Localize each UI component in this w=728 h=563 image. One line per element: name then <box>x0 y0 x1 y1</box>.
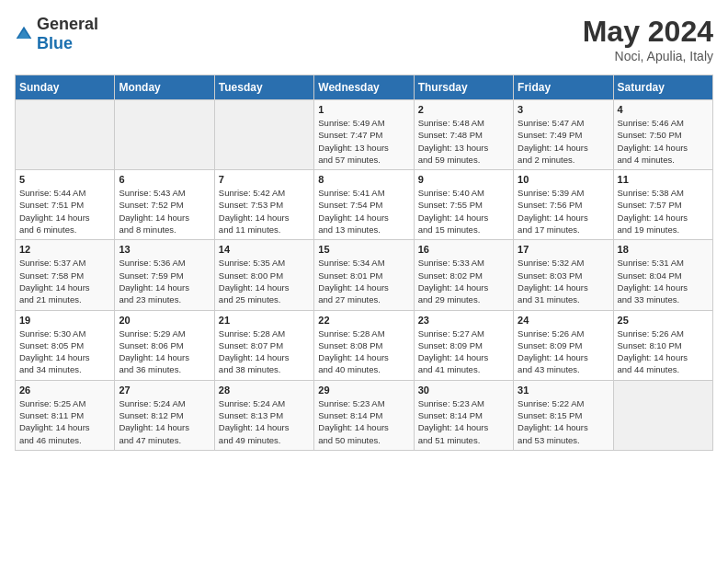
day-info: Sunrise: 5:41 AMSunset: 7:54 PMDaylight:… <box>318 187 409 236</box>
day-info: Sunrise: 5:25 AMSunset: 8:11 PMDaylight:… <box>19 397 110 446</box>
table-row: 16Sunrise: 5:33 AMSunset: 8:02 PMDayligh… <box>414 240 513 310</box>
logo-blue: Blue <box>37 34 73 52</box>
day-number: 20 <box>119 315 210 326</box>
header-friday: Friday <box>514 75 613 100</box>
table-row: 4Sunrise: 5:46 AMSunset: 7:50 PMDaylight… <box>613 100 712 170</box>
day-info: Sunrise: 5:44 AMSunset: 7:51 PMDaylight:… <box>19 187 110 236</box>
day-number: 29 <box>318 385 409 396</box>
day-number: 8 <box>318 174 409 185</box>
table-row: 21Sunrise: 5:28 AMSunset: 8:07 PMDayligh… <box>214 310 313 380</box>
day-number: 6 <box>119 174 210 185</box>
logo: General Blue <box>15 15 98 53</box>
day-number: 19 <box>19 315 110 326</box>
day-number: 16 <box>418 244 509 255</box>
table-row: 13Sunrise: 5:36 AMSunset: 7:59 PMDayligh… <box>115 240 214 310</box>
day-info: Sunrise: 5:43 AMSunset: 7:52 PMDaylight:… <box>119 187 210 236</box>
table-row: 12Sunrise: 5:37 AMSunset: 7:58 PMDayligh… <box>16 240 115 310</box>
logo-icon <box>15 25 33 43</box>
table-row: 17Sunrise: 5:32 AMSunset: 8:03 PMDayligh… <box>514 240 613 310</box>
table-row: 26Sunrise: 5:25 AMSunset: 8:11 PMDayligh… <box>16 380 115 450</box>
day-number: 7 <box>219 174 310 185</box>
day-number: 2 <box>418 104 509 115</box>
logo-text: General Blue <box>37 15 98 53</box>
day-number: 9 <box>418 174 509 185</box>
table-row: 3Sunrise: 5:47 AMSunset: 7:49 PMDaylight… <box>514 100 613 170</box>
day-number: 31 <box>518 385 609 396</box>
day-info: Sunrise: 5:24 AMSunset: 8:13 PMDaylight:… <box>219 397 310 446</box>
table-row: 22Sunrise: 5:28 AMSunset: 8:08 PMDayligh… <box>314 310 414 380</box>
day-info: Sunrise: 5:23 AMSunset: 8:14 PMDaylight:… <box>418 397 509 446</box>
table-row <box>16 100 115 170</box>
day-number: 14 <box>219 244 310 255</box>
table-row <box>613 380 712 450</box>
table-row: 29Sunrise: 5:23 AMSunset: 8:14 PMDayligh… <box>314 380 414 450</box>
day-number: 30 <box>418 385 509 396</box>
day-info: Sunrise: 5:47 AMSunset: 7:49 PMDaylight:… <box>518 117 609 166</box>
table-row: 28Sunrise: 5:24 AMSunset: 8:13 PMDayligh… <box>214 380 313 450</box>
day-number: 21 <box>219 315 310 326</box>
table-row: 23Sunrise: 5:27 AMSunset: 8:09 PMDayligh… <box>414 310 513 380</box>
day-number: 11 <box>618 174 709 185</box>
table-row: 27Sunrise: 5:24 AMSunset: 8:12 PMDayligh… <box>115 380 214 450</box>
day-info: Sunrise: 5:37 AMSunset: 7:58 PMDaylight:… <box>19 257 110 305</box>
day-info: Sunrise: 5:39 AMSunset: 7:56 PMDaylight:… <box>518 187 609 236</box>
day-info: Sunrise: 5:28 AMSunset: 8:08 PMDaylight:… <box>318 327 409 376</box>
day-info: Sunrise: 5:35 AMSunset: 8:00 PMDaylight:… <box>219 257 310 305</box>
table-row: 6Sunrise: 5:43 AMSunset: 7:52 PMDaylight… <box>115 170 214 240</box>
day-number: 10 <box>518 174 609 185</box>
day-info: Sunrise: 5:29 AMSunset: 8:06 PMDaylight:… <box>119 327 210 376</box>
calendar-week-3: 12Sunrise: 5:37 AMSunset: 7:58 PMDayligh… <box>16 240 713 310</box>
title-block: May 2024 Noci, Apulia, Italy <box>583 15 713 63</box>
day-number: 22 <box>318 315 409 326</box>
day-info: Sunrise: 5:48 AMSunset: 7:48 PMDaylight:… <box>418 117 509 166</box>
table-row: 24Sunrise: 5:26 AMSunset: 8:09 PMDayligh… <box>514 310 613 380</box>
day-number: 28 <box>219 385 310 396</box>
calendar-week-1: 1Sunrise: 5:49 AMSunset: 7:47 PMDaylight… <box>16 100 713 170</box>
header-wednesday: Wednesday <box>314 75 414 100</box>
day-info: Sunrise: 5:28 AMSunset: 8:07 PMDaylight:… <box>219 327 310 376</box>
header-tuesday: Tuesday <box>214 75 313 100</box>
table-row: 20Sunrise: 5:29 AMSunset: 8:06 PMDayligh… <box>115 310 214 380</box>
calendar-title: May 2024 <box>583 15 713 49</box>
logo-general: General <box>37 15 98 33</box>
table-row: 31Sunrise: 5:22 AMSunset: 8:15 PMDayligh… <box>514 380 613 450</box>
table-row: 30Sunrise: 5:23 AMSunset: 8:14 PMDayligh… <box>414 380 513 450</box>
day-number: 3 <box>518 104 609 115</box>
day-info: Sunrise: 5:22 AMSunset: 8:15 PMDaylight:… <box>518 397 609 446</box>
day-number: 27 <box>119 385 210 396</box>
calendar-week-2: 5Sunrise: 5:44 AMSunset: 7:51 PMDaylight… <box>16 170 713 240</box>
day-number: 1 <box>318 104 409 115</box>
page-header: General Blue May 2024 Noci, Apulia, Ital… <box>15 15 713 63</box>
table-row: 8Sunrise: 5:41 AMSunset: 7:54 PMDaylight… <box>314 170 414 240</box>
calendar-location: Noci, Apulia, Italy <box>583 49 713 63</box>
table-row: 1Sunrise: 5:49 AMSunset: 7:47 PMDaylight… <box>314 100 414 170</box>
calendar-table: Sunday Monday Tuesday Wednesday Thursday… <box>15 75 713 451</box>
day-info: Sunrise: 5:46 AMSunset: 7:50 PMDaylight:… <box>618 117 709 166</box>
table-row: 5Sunrise: 5:44 AMSunset: 7:51 PMDaylight… <box>16 170 115 240</box>
table-row: 10Sunrise: 5:39 AMSunset: 7:56 PMDayligh… <box>514 170 613 240</box>
day-number: 26 <box>19 385 110 396</box>
day-info: Sunrise: 5:38 AMSunset: 7:57 PMDaylight:… <box>618 187 709 236</box>
day-info: Sunrise: 5:26 AMSunset: 8:09 PMDaylight:… <box>518 327 609 376</box>
table-row: 19Sunrise: 5:30 AMSunset: 8:05 PMDayligh… <box>16 310 115 380</box>
header-saturday: Saturday <box>613 75 712 100</box>
day-info: Sunrise: 5:26 AMSunset: 8:10 PMDaylight:… <box>618 327 709 376</box>
day-number: 24 <box>518 315 609 326</box>
day-number: 23 <box>418 315 509 326</box>
day-info: Sunrise: 5:32 AMSunset: 8:03 PMDaylight:… <box>518 257 609 305</box>
day-number: 25 <box>618 315 709 326</box>
table-row <box>115 100 214 170</box>
day-number: 15 <box>318 244 409 255</box>
day-info: Sunrise: 5:24 AMSunset: 8:12 PMDaylight:… <box>119 397 210 446</box>
table-row: 7Sunrise: 5:42 AMSunset: 7:53 PMDaylight… <box>214 170 313 240</box>
day-info: Sunrise: 5:40 AMSunset: 7:55 PMDaylight:… <box>418 187 509 236</box>
day-number: 12 <box>19 244 110 255</box>
table-row: 15Sunrise: 5:34 AMSunset: 8:01 PMDayligh… <box>314 240 414 310</box>
header-monday: Monday <box>115 75 214 100</box>
day-info: Sunrise: 5:33 AMSunset: 8:02 PMDaylight:… <box>418 257 509 305</box>
table-row: 14Sunrise: 5:35 AMSunset: 8:00 PMDayligh… <box>214 240 313 310</box>
day-number: 4 <box>618 104 709 115</box>
table-row: 25Sunrise: 5:26 AMSunset: 8:10 PMDayligh… <box>613 310 712 380</box>
day-number: 18 <box>618 244 709 255</box>
day-info: Sunrise: 5:30 AMSunset: 8:05 PMDaylight:… <box>19 327 110 376</box>
